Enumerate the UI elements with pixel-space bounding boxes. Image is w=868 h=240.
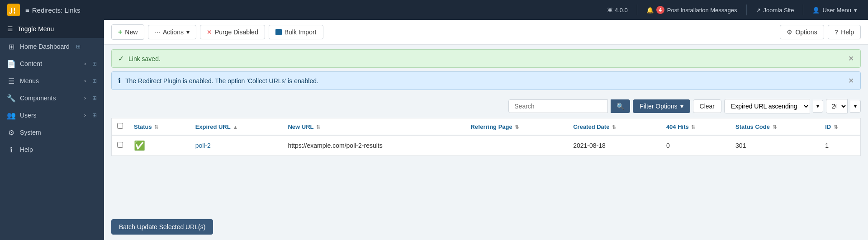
- divider-1: [637, 5, 637, 15]
- purge-disabled-button[interactable]: ✕ Purge Disabled: [200, 25, 265, 39]
- sort-select[interactable]: Expired URL ascending: [724, 99, 810, 113]
- sort-icon-created-date: ⇅: [612, 124, 616, 130]
- success-alert: ✓ Link saved. ✕: [111, 49, 861, 68]
- hits-404-column[interactable]: 404 Hits ⇅: [661, 118, 730, 136]
- content-area: + New ··· Actions ▾ ✕ Purge Disabled Bul…: [104, 20, 868, 240]
- divider-2: [746, 5, 747, 15]
- options-button[interactable]: ⚙ Options: [780, 25, 824, 39]
- row-created-date-cell: 2021-08-18: [568, 135, 661, 156]
- help-button[interactable]: ? Help: [828, 25, 861, 39]
- sort-icon-status-code: ⇅: [773, 124, 777, 130]
- user-icon: 👤: [812, 7, 820, 14]
- home-icon: ⊞: [7, 42, 15, 51]
- search-button[interactable]: 🔍: [611, 99, 630, 113]
- row-checkbox[interactable]: [117, 142, 123, 148]
- select-all-checkbox[interactable]: [117, 123, 123, 129]
- id-column[interactable]: ID ⇅: [820, 118, 860, 136]
- question-icon: ?: [835, 28, 839, 36]
- row-referring-page-cell: [465, 135, 568, 156]
- title-icon: ≡: [25, 6, 29, 14]
- chevron-icon-menus: ›: [84, 78, 86, 84]
- sidebar-item-content[interactable]: 📄 Content › ⊞: [0, 55, 104, 72]
- external-link-icon: ↗: [756, 7, 761, 14]
- sort-icon-referring-page: ⇅: [515, 124, 519, 130]
- toolbar: + New ··· Actions ▾ ✕ Purge Disabled Bul…: [104, 20, 868, 45]
- joomla-logo: J!: [7, 4, 20, 16]
- joomla-site-button[interactable]: ↗ Joomla Site: [752, 5, 798, 15]
- batch-update-button[interactable]: Batch Update Selected URL(s): [111, 219, 213, 235]
- chevron-down-icon: ▾: [816, 103, 819, 109]
- close-info-alert-button[interactable]: ✕: [848, 77, 854, 85]
- referring-page-column[interactable]: Referring Page ⇅: [465, 118, 568, 136]
- sort-icon-new-url: ⇅: [316, 124, 320, 130]
- grid-icon-components: ⊞: [92, 95, 97, 101]
- info-icon: ℹ: [118, 76, 121, 85]
- status-code-column[interactable]: Status Code ⇅: [730, 118, 820, 136]
- dots-icon: ···: [155, 28, 160, 36]
- row-status-code-cell: 301: [730, 135, 820, 156]
- new-button[interactable]: + New: [111, 24, 144, 40]
- bulk-import-button[interactable]: Bulk Import: [269, 25, 323, 39]
- sort-icon-id: ⇅: [834, 124, 838, 130]
- actions-button[interactable]: ··· Actions ▾: [148, 25, 196, 39]
- chevron-down-icon: ▾: [854, 7, 857, 14]
- table-body: ✅ poll-2 https://example.com/poll-2-resu…: [112, 135, 861, 156]
- new-url-column[interactable]: New URL ⇅: [282, 118, 465, 136]
- chevron-icon-components: ›: [84, 95, 86, 101]
- toggle-menu-button[interactable]: ☰ Toggle Menu: [0, 20, 104, 38]
- table-row: ✅ poll-2 https://example.com/poll-2-resu…: [112, 135, 861, 156]
- grid-icon-content: ⊞: [92, 61, 97, 67]
- notifications-button[interactable]: 🔔 4 Post Installation Messages: [643, 4, 741, 16]
- svg-text:J!: J!: [9, 6, 16, 15]
- chevron-icon-content: ›: [84, 61, 86, 67]
- row-new-url-cell: https://example.com/poll-2-results: [282, 135, 465, 156]
- table-header-row: Status ⇅ Expired URL ▲ New URL ⇅ Refer: [112, 118, 861, 136]
- filter-bar: 🔍 Filter Options ▾ Clear Expired URL asc…: [104, 94, 868, 118]
- sidebar-item-home-dashboard[interactable]: ⊞ Home Dashboard ⊞: [0, 38, 104, 55]
- select-all-column[interactable]: [112, 118, 129, 136]
- row-checkbox-cell[interactable]: [112, 135, 129, 156]
- gear-icon: ⚙: [787, 28, 792, 36]
- per-page-chevron-button[interactable]: ▾: [850, 100, 861, 113]
- components-icon: 🔧: [7, 94, 15, 102]
- page-title: ≡ Redirects: Links: [25, 6, 80, 14]
- close-success-alert-button[interactable]: ✕: [848, 55, 854, 62]
- plus-icon: +: [118, 28, 122, 36]
- links-table: Status ⇅ Expired URL ▲ New URL ⇅ Refer: [111, 118, 861, 156]
- toggle-icon: ☰: [7, 25, 13, 33]
- grid-icon-menus: ⊞: [92, 78, 97, 84]
- sidebar: ☰ Toggle Menu ⊞ Home Dashboard ⊞ 📄 Conte…: [0, 20, 104, 240]
- user-menu-button[interactable]: 👤 User Menu ▾: [809, 5, 861, 15]
- filter-options-button[interactable]: Filter Options ▾: [633, 99, 690, 113]
- search-input[interactable]: [508, 99, 608, 113]
- expired-url-column[interactable]: Expired URL ▲: [190, 118, 283, 136]
- expired-url-link[interactable]: poll-2: [195, 142, 211, 149]
- sort-icon-expired-url: ▲: [233, 124, 238, 130]
- info-alert: ℹ The Redirect Plugin is enabled. The op…: [111, 71, 861, 90]
- status-column[interactable]: Status ⇅: [128, 118, 190, 136]
- success-icon: ✓: [118, 54, 124, 63]
- row-id-cell: 1: [820, 135, 860, 156]
- sort-chevron-button[interactable]: ▾: [813, 100, 823, 113]
- clear-button[interactable]: Clear: [693, 99, 721, 113]
- sidebar-item-users[interactable]: 👥 Users › ⊞: [0, 107, 104, 124]
- sidebar-item-system[interactable]: ⚙ System: [0, 124, 104, 141]
- search-icon: 🔍: [617, 103, 624, 110]
- alerts-area: ✓ Link saved. ✕ ℹ The Redirect Plugin is…: [104, 45, 868, 94]
- sidebar-item-components[interactable]: 🔧 Components › ⊞: [0, 89, 104, 107]
- row-status-cell: ✅: [128, 135, 190, 156]
- bulk-icon: [275, 29, 282, 35]
- notification-count: 4: [656, 6, 664, 14]
- table-wrapper: Status ⇅ Expired URL ▲ New URL ⇅ Refer: [104, 118, 868, 214]
- menus-icon: ☰: [7, 77, 15, 85]
- sidebar-item-help[interactable]: ℹ Help: [0, 141, 104, 158]
- per-page-select[interactable]: 20: [826, 99, 848, 113]
- created-date-column[interactable]: Created Date ⇅: [568, 118, 661, 136]
- chevron-icon-users: ›: [84, 112, 86, 118]
- row-hits-404-cell: 0: [661, 135, 730, 156]
- post-installation-label: Post Installation Messages: [667, 7, 737, 14]
- users-icon: 👥: [7, 111, 15, 119]
- chevron-down-icon: ▾: [854, 103, 857, 109]
- divider-3: [803, 5, 803, 15]
- sidebar-item-menus[interactable]: ☰ Menus › ⊞: [0, 72, 104, 89]
